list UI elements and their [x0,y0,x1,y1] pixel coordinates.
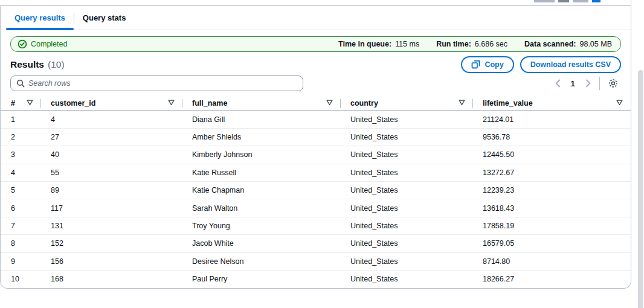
table-cell: 8 [1,235,41,252]
column-filter-icon[interactable] [459,99,465,107]
table-cell: 89 [41,182,182,199]
table-row: 589Katie ChapmanUnited_States12239.23 [1,182,631,199]
column-header-label: customer_id [51,99,95,107]
table-cell: 168 [41,271,182,288]
table-cell: 4 [41,111,182,128]
table-cell: United_States [341,271,473,288]
tab-label: Query stats [83,13,126,22]
column-filter-icon[interactable] [616,99,623,107]
table-cell: Troy Young [182,217,341,234]
table-cell: 27 [41,128,182,146]
table-cell: 13618.43 [473,199,631,217]
page-title: Results [10,59,44,70]
table-cell: Jacob White [182,235,341,252]
table-cell: United_States [341,252,473,270]
query-results-panel: Query results Query stats Completed [0,5,631,289]
table-cell: 16579.05 [473,235,631,252]
stat-value: 115 ms [395,40,419,48]
column-header: country [341,97,473,111]
results-count: (10) [48,59,65,70]
table-cell: 4 [1,164,41,181]
table-cell: 40 [41,146,182,164]
table-row: 7131Troy YoungUnited_States17858.19 [1,217,631,234]
stat-value: 98.05 MB [579,40,612,48]
tab-query-stats[interactable]: Query stats [74,6,135,30]
table-cell: Amber Shields [182,128,341,146]
search-input[interactable] [28,79,297,88]
table-cell: United_States [341,182,473,199]
table-cell: United_States [341,217,473,234]
table-cell: 2 [1,128,41,146]
table-cell: United_States [341,235,473,252]
table-cell: 13272.67 [473,164,631,181]
table-cell: 6 [1,199,41,217]
search-rows-box[interactable] [10,75,303,91]
next-page-button[interactable] [581,76,595,91]
copy-button-label: Copy [485,60,503,69]
query-status-banner: Completed Time in queue: 115 ms Run time… [10,36,621,52]
table-row: 9156Desiree NelsonUnited_States8714.80 [1,252,631,270]
table-cell: 17858.19 [473,217,631,234]
tab-label: Query results [14,13,65,22]
cropped-toolbar-fragment [534,0,631,3]
table-row: 10168Paul PerryUnited_States18266.27 [1,271,631,288]
column-header-label: lifetime_value [483,99,533,107]
table-cell: 131 [41,217,182,234]
table-cell: Sarah Walton [182,199,341,217]
table-cell: United_States [341,199,473,217]
column-filter-icon[interactable] [326,99,333,107]
table-cell: 7 [1,217,41,234]
table-cell: Paul Perry [182,271,341,288]
table-cell: 156 [41,252,182,270]
download-button-label: Download results CSV [530,60,611,69]
table-cell: 1 [1,111,41,128]
table-cell: United_States [341,164,473,181]
table-body: 14Diana GillUnited_States21124.01227Ambe… [1,111,631,288]
table-row: 340Kimberly JohnsonUnited_States12445.50 [1,146,631,164]
column-header: customer_id [41,97,182,111]
query-stats-summary: Time in queue: 115 ms Run time: 6.686 se… [338,40,612,48]
copy-icon [471,60,480,69]
column-filter-icon[interactable] [27,99,33,107]
tabs-bar: Query results Query stats [1,6,631,30]
download-results-csv-button[interactable]: Download results CSV [520,56,621,73]
search-icon [16,79,25,88]
table-row: 14Diana GillUnited_States21124.01 [1,111,631,128]
stat-data-scanned: Data scanned: 98.05 MB [524,40,612,48]
table-cell: Katie Chapman [182,182,341,199]
page-number[interactable]: 1 [565,79,581,88]
column-header-label: full_name [192,99,227,107]
table-row: 8152Jacob WhiteUnited_States16579.05 [1,235,631,252]
stat-label: Time in queue: [338,40,391,48]
table-cell: 55 [41,164,182,181]
query-results-screen: Query results Query stats Completed [0,0,644,308]
copy-button[interactable]: Copy [461,56,514,73]
stat-time-in-queue: Time in queue: 115 ms [338,40,419,48]
column-header-label: # [11,99,15,107]
stat-label: Data scanned: [524,40,576,48]
stat-run-time: Run time: 6.686 sec [436,40,507,48]
table-cell: 12445.50 [473,146,631,164]
column-filter-icon[interactable] [168,99,175,107]
results-table: # customer_id full_name country [1,97,631,288]
table-cell: Katie Russell [182,164,341,181]
table-row: 227Amber ShieldsUnited_States9536.78 [1,128,631,146]
table-cell: 18266.27 [473,271,631,288]
results-heading: Results (10) [10,59,65,70]
vertical-scrollbar-thumb[interactable] [638,70,643,308]
table-cell: 9 [1,252,41,270]
table-cell: United_States [341,128,473,146]
status-text: Completed [31,40,67,48]
pager-divider [599,77,600,90]
table-cell: 21124.01 [473,111,631,128]
tab-query-results[interactable]: Query results [6,6,74,30]
previous-page-button[interactable] [550,76,565,91]
table-cell: 10 [1,271,41,288]
table-cell: 12239.23 [473,182,631,199]
table-cell: Diana Gill [182,111,341,128]
pagination: 1 [550,75,621,91]
table-header-row: # customer_id full_name country [1,97,631,111]
table-cell: 9536.78 [473,128,631,146]
column-header: lifetime_value [473,97,631,111]
preferences-gear-icon[interactable] [605,75,621,91]
